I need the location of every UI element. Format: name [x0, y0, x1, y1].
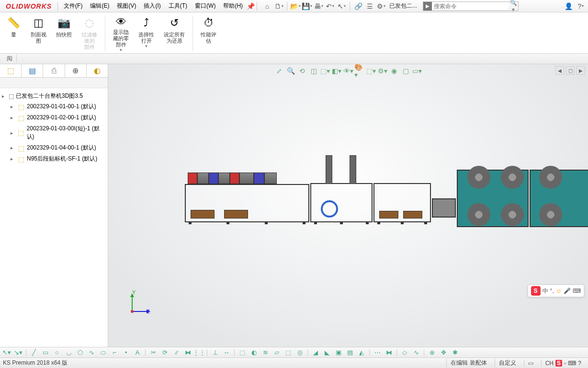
zoom-fit-icon[interactable]: ⤢ — [274, 66, 284, 76]
loft-icon[interactable]: ▱ — [272, 348, 282, 357]
cursor-icon[interactable]: ↖▾ — [2, 348, 11, 357]
arc-icon[interactable]: ◡ — [64, 348, 73, 357]
ime-punct-icon[interactable]: °, — [550, 288, 554, 294]
display-states-icon[interactable]: ▭▾ — [412, 66, 422, 76]
tree-item[interactable]: ▸⬚ 2002329-01-01-00-1 (默认) — [2, 101, 106, 112]
ime-lang-label[interactable]: 中 — [543, 287, 548, 295]
ime-toolbar[interactable]: S 中 °, ☺ 🎤 ⌨ — [528, 285, 584, 297]
fillet-icon[interactable]: ⌐ — [110, 348, 119, 357]
menu-file[interactable]: 文件(F) — [60, 2, 86, 10]
select-icon[interactable]: ↖ — [336, 1, 347, 11]
sweep-icon[interactable]: ≋ — [260, 348, 270, 357]
pin-icon[interactable]: 📌 — [247, 2, 255, 10]
options-gear-icon[interactable]: ⚙ — [376, 1, 386, 11]
search-input[interactable] — [432, 3, 509, 10]
status-custom[interactable]: 自定义 — [495, 359, 520, 367]
ribbon-section-view[interactable]: ◫ 剖面视 图 — [28, 14, 49, 53]
render-icon[interactable]: ◉ — [389, 66, 399, 76]
ime-mic-icon[interactable]: 🎤 — [564, 288, 571, 294]
smart-dim-icon[interactable]: ↘▾ — [13, 348, 23, 357]
spline-icon[interactable]: ∿ — [87, 348, 96, 357]
trim-icon[interactable]: ✂ — [148, 348, 158, 357]
rib-icon[interactable]: ▤ — [345, 348, 355, 357]
sogou-tray-icon[interactable]: S — [555, 360, 562, 367]
ime-emoji-icon[interactable]: ☺ — [556, 288, 562, 294]
tree-item[interactable]: ▸⬚ 2002329-01-03-00I(短)-1 (默认) — [2, 123, 106, 142]
ribbon-show-hidden[interactable]: 👁 显示隐 藏的零 部件 ▼ — [110, 14, 132, 53]
chamfer-icon[interactable]: ◣ — [322, 348, 332, 357]
panel-tab-feature-tree[interactable]: ⬚ — [0, 64, 22, 77]
text-icon[interactable]: A — [133, 348, 142, 357]
ribbon-restore-all[interactable]: ↺ 设定所有 为还原 — [161, 14, 188, 53]
ime-keyboard-icon[interactable]: ⌨ — [573, 288, 581, 294]
convert-icon[interactable]: ⟳ — [160, 348, 170, 357]
revolve-icon[interactable]: ◐ — [249, 348, 259, 357]
hide-show-icon[interactable]: 👁▾ — [343, 66, 353, 76]
menu-help[interactable]: 帮助(H) — [219, 2, 247, 10]
exploded-icon[interactable]: ✱ — [450, 348, 460, 357]
orientation-triad[interactable]: Y Z — [123, 289, 151, 318]
viewport-next-icon[interactable]: ▶ — [577, 66, 585, 75]
draft-icon[interactable]: ◭ — [357, 348, 366, 357]
section-icon[interactable]: ◫ — [308, 66, 319, 76]
dimension-icon[interactable]: ↔ — [222, 348, 231, 357]
ribbon-tab-reading[interactable]: 阅 — [3, 55, 17, 63]
home-icon[interactable]: ⌂ — [262, 1, 272, 11]
help-icon[interactable]: ? — [576, 1, 586, 11]
menu-window[interactable]: 窗口(W) — [191, 2, 219, 10]
ribbon-performance[interactable]: ⏱ 性能评 估 — [198, 14, 219, 53]
panel-tab-property[interactable]: ▤ — [22, 64, 43, 77]
help-tray-icon[interactable]: ? — [578, 360, 581, 367]
cut-extrude-icon[interactable]: ⬚ — [283, 348, 293, 357]
menu-edit[interactable]: 编辑(E) — [86, 2, 113, 10]
fillet3d-icon[interactable]: ◢ — [311, 348, 320, 357]
save-icon[interactable]: 💾 — [302, 1, 312, 11]
point-icon[interactable]: • — [121, 348, 131, 357]
tree-item[interactable]: ▸⬚ 2002329-01-04-00-1 (默认) — [2, 142, 106, 153]
open-icon[interactable]: 📂 — [290, 1, 301, 11]
new-doc-icon[interactable]: 🗋 — [273, 1, 284, 11]
ribbon-open-selection[interactable]: ⤴ 选择性 打开 ▼ — [136, 14, 157, 53]
move-comp-icon[interactable]: ✥ — [439, 348, 448, 357]
panel-tab-appearance[interactable]: ◐ — [87, 64, 108, 77]
viewport-prev-icon[interactable]: ◀ — [555, 66, 564, 75]
ime-tray-icon[interactable]: ▫ — [564, 360, 566, 367]
shell-icon[interactable]: ▣ — [334, 348, 343, 357]
panel-tab-dim[interactable]: ⊕ — [65, 64, 87, 77]
hole-icon[interactable]: ◎ — [295, 348, 305, 357]
display-style-icon[interactable]: ◧▾ — [331, 66, 342, 76]
circle-icon[interactable]: ○ — [52, 348, 62, 357]
ribbon-snapshot[interactable]: 📷 拍快照 — [53, 14, 75, 53]
view-orient-icon[interactable]: ⬚▾ — [320, 66, 330, 76]
apply-scene-icon[interactable]: ⬚▾ — [366, 66, 376, 76]
menu-insert[interactable]: 插入(I) — [140, 2, 164, 10]
list-icon[interactable]: ☰ — [364, 1, 375, 11]
tree-root[interactable]: ▸ ⬚ 已发包二十台整机3D图3.5 — [2, 91, 106, 101]
curves-icon[interactable]: ∿ — [411, 348, 421, 357]
collapse-arrow-icon[interactable]: ▸ — [2, 93, 7, 99]
view-settings-icon[interactable]: ⚙▾ — [377, 66, 388, 76]
menu-tools[interactable]: 工具(T) — [165, 2, 191, 10]
ref-geom-icon[interactable]: ◇ — [400, 348, 409, 357]
linear-pattern-icon[interactable]: ⋯ — [373, 348, 382, 357]
link-icon[interactable]: 🔗 — [353, 1, 363, 11]
relation-icon[interactable]: ⊥ — [210, 348, 220, 357]
render-region-icon[interactable]: ▢ — [400, 66, 411, 76]
search-icon[interactable]: 🔍▾ — [509, 0, 518, 13]
command-search[interactable]: ▶ 🔍▾ — [423, 1, 519, 11]
print-icon[interactable]: 🖶 — [313, 1, 324, 11]
keyboard-tray-icon[interactable]: ⌨ — [568, 360, 576, 367]
mirror3d-icon[interactable]: ⧓ — [384, 348, 394, 357]
status-units-icon[interactable]: ▭ — [524, 360, 537, 367]
edit-appearance-icon[interactable]: 🎨▾ — [354, 66, 365, 76]
prev-view-icon[interactable]: ⟲ — [297, 66, 307, 76]
pattern-icon[interactable]: ⋮⋮ — [194, 348, 204, 357]
graphics-viewport[interactable]: ⤢ 🔍 ⟲ ◫ ⬚▾ ◧▾ 👁▾ 🎨▾ ⬚▾ ⚙▾ ◉ ▢ ▭▾ ◀ ▢ ▶ — [108, 64, 588, 347]
ellipse-icon[interactable]: ⬭ — [98, 348, 108, 357]
offset-icon[interactable]: ⫽ — [171, 348, 181, 357]
ribbon-measure[interactable]: 📏 量 — [3, 14, 24, 53]
user-icon[interactable]: 👤 — [563, 1, 574, 11]
undo-icon[interactable]: ↶ — [325, 1, 335, 11]
tree-item[interactable]: ▸⬚ 2002329-01-02-00-1 (默认) — [2, 112, 106, 123]
mate-icon[interactable]: ⊕ — [427, 348, 437, 357]
